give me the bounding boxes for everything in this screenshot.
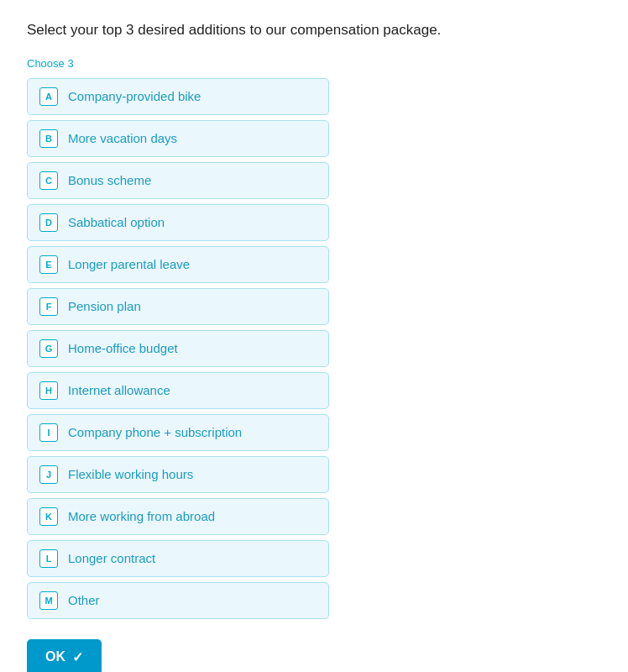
option-key: G [39, 339, 58, 358]
checkmark-icon: ✓ [72, 649, 83, 665]
choose-label: Choose 3 [27, 57, 601, 70]
option-item[interactable]: ICompany phone + subscription [27, 414, 329, 451]
option-key: F [39, 297, 58, 316]
option-item[interactable]: CBonus scheme [27, 162, 329, 199]
option-label: Flexible working hours [68, 467, 193, 481]
option-key: E [39, 255, 58, 274]
option-label: Other [68, 593, 100, 607]
option-key: D [39, 213, 58, 232]
option-item[interactable]: GHome-office budget [27, 330, 329, 367]
option-label: Pension plan [68, 299, 141, 313]
option-item[interactable]: DSabbatical option [27, 204, 329, 241]
option-item[interactable]: LLonger contract [27, 540, 329, 577]
option-label: Longer contract [68, 551, 155, 565]
option-key: K [39, 507, 58, 526]
options-list: ACompany-provided bikeBMore vacation day… [27, 78, 601, 619]
question-title: Select your top 3 desired additions to o… [27, 20, 601, 40]
option-key: J [39, 465, 58, 484]
option-item[interactable]: HInternet allowance [27, 372, 329, 409]
option-label: Internet allowance [68, 383, 170, 397]
option-label: Home-office budget [68, 341, 178, 355]
option-item[interactable]: MOther [27, 582, 329, 619]
option-label: Sabbatical option [68, 215, 165, 229]
option-item[interactable]: ELonger parental leave [27, 246, 329, 283]
option-key: H [39, 381, 58, 400]
option-key: M [39, 591, 58, 610]
option-label: Bonus scheme [68, 173, 151, 187]
option-label: More vacation days [68, 131, 177, 145]
option-key: C [39, 171, 58, 190]
option-item[interactable]: KMore working from abroad [27, 498, 329, 535]
option-item[interactable]: BMore vacation days [27, 120, 329, 157]
option-key: I [39, 423, 58, 442]
option-key: B [39, 129, 58, 148]
option-item[interactable]: FPension plan [27, 288, 329, 325]
option-item[interactable]: JFlexible working hours [27, 456, 329, 493]
option-label: Company-provided bike [68, 89, 201, 103]
option-label: More working from abroad [68, 509, 215, 523]
option-key: L [39, 549, 58, 568]
option-item[interactable]: ACompany-provided bike [27, 78, 329, 115]
option-key: A [39, 87, 58, 106]
ok-button[interactable]: OK ✓ [27, 639, 102, 672]
option-label: Company phone + subscription [68, 425, 242, 439]
option-label: Longer parental leave [68, 257, 190, 271]
ok-label: OK [45, 649, 65, 664]
